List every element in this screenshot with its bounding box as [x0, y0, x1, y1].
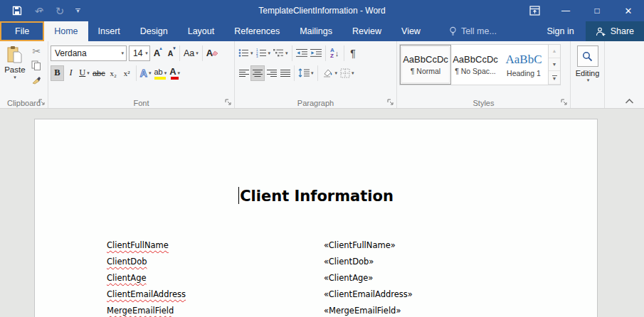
- undo-button[interactable]: ↶▾: [31, 3, 46, 18]
- paragraph-dialog-launcher[interactable]: [386, 98, 394, 106]
- align-right-button[interactable]: [265, 65, 278, 81]
- sign-in-button[interactable]: Sign in: [535, 21, 585, 41]
- editing-button[interactable]: [577, 45, 598, 67]
- tab-design[interactable]: Design: [130, 21, 178, 41]
- shrink-font-button[interactable]: A▼: [164, 45, 177, 61]
- qat-more-caret: ▾: [76, 10, 79, 13]
- editing-caret[interactable]: ▾: [587, 77, 590, 83]
- line-spacing-icon: [298, 68, 310, 77]
- clear-formatting-button[interactable]: A: [205, 45, 220, 61]
- tab-insert[interactable]: Insert: [88, 21, 130, 41]
- styles-more-button[interactable]: ▼: [549, 71, 560, 85]
- borders-button[interactable]: ▾: [339, 65, 356, 81]
- format-painter-button[interactable]: [30, 73, 43, 86]
- font-color-button[interactable]: A▾: [168, 65, 181, 81]
- italic-button[interactable]: I: [64, 65, 78, 81]
- text-highlight-button[interactable]: ab▾: [152, 65, 168, 81]
- numbering-caret[interactable]: ▾: [268, 50, 271, 56]
- underline-caret[interactable]: ▾: [87, 70, 90, 76]
- increase-indent-button[interactable]: [309, 45, 323, 61]
- style-heading1[interactable]: AaBbC Heading 1: [500, 45, 548, 85]
- decrease-indent-button[interactable]: [295, 45, 309, 61]
- clipboard-small-buttons: ✂: [28, 44, 46, 97]
- document-workspace: Client Information ClientFullName «Clien…: [0, 109, 644, 317]
- customize-qat-button[interactable]: ▾: [75, 9, 80, 13]
- shading-button[interactable]: ▾: [320, 65, 339, 81]
- font-dialog-launcher[interactable]: [224, 98, 232, 106]
- style-no-spacing[interactable]: AaBbCcDc ¶ No Spac...: [451, 45, 500, 85]
- maximize-button[interactable]: □: [581, 0, 613, 21]
- superscript-button[interactable]: x²: [120, 65, 134, 81]
- sort-button[interactable]: AZ ↓: [328, 45, 342, 61]
- close-button[interactable]: ✕: [613, 0, 644, 21]
- text-effects-button[interactable]: A▾: [139, 65, 153, 81]
- numbering-button[interactable]: 123 ▾: [255, 45, 273, 61]
- align-center-button[interactable]: [250, 65, 265, 81]
- clipboard-dialog-launcher[interactable]: [38, 98, 46, 106]
- table-row: MergeEmailField «MergeEmailField»: [35, 302, 597, 317]
- minimize-button[interactable]: —: [550, 0, 581, 21]
- editing-label: Editing: [576, 69, 600, 77]
- undo-dropdown-caret[interactable]: ▾: [39, 8, 42, 14]
- line-spacing-button[interactable]: ▾: [297, 65, 315, 81]
- multilevel-list-button[interactable]: ▾: [272, 45, 290, 61]
- text-cursor: [238, 187, 239, 204]
- font-color-bar: [171, 77, 179, 80]
- tab-layout[interactable]: Layout: [178, 21, 225, 41]
- font-color-caret[interactable]: ▾: [178, 70, 181, 76]
- styles-scroll-down-button[interactable]: ▼: [549, 58, 560, 72]
- divider: [136, 65, 137, 81]
- strikethrough-button[interactable]: abc: [91, 65, 107, 81]
- divider: [344, 45, 344, 61]
- tab-home[interactable]: Home: [44, 21, 88, 41]
- justify-button[interactable]: [278, 65, 292, 81]
- style-no-spacing-name: ¶ No Spac...: [455, 67, 496, 75]
- tab-references[interactable]: References: [224, 21, 290, 41]
- line-spacing-caret[interactable]: ▾: [311, 70, 314, 76]
- subscript-button[interactable]: x₂: [107, 65, 120, 81]
- copy-button[interactable]: [30, 59, 43, 72]
- tab-review[interactable]: Review: [342, 21, 391, 41]
- tab-file[interactable]: File: [0, 21, 44, 41]
- font-size-value: 14: [133, 48, 142, 58]
- collapse-ribbon-icon[interactable]: [625, 98, 634, 104]
- tell-me-box[interactable]: Tell me...: [440, 21, 505, 41]
- borders-caret[interactable]: ▾: [352, 70, 354, 76]
- show-hide-marks-button[interactable]: ¶: [347, 45, 360, 61]
- paste-button[interactable]: Paste ▾: [2, 44, 28, 97]
- style-normal[interactable]: AaBbCcDc ¶ Normal: [400, 45, 451, 85]
- highlight-caret[interactable]: ▾: [164, 70, 167, 76]
- ribbon-tab-bar: File Home Insert Design Layout Reference…: [0, 21, 644, 41]
- change-case-button[interactable]: Aa▾: [182, 45, 200, 61]
- tab-view[interactable]: View: [391, 21, 431, 41]
- multilevel-caret[interactable]: ▾: [285, 50, 288, 56]
- align-left-button[interactable]: [237, 65, 250, 81]
- bold-button[interactable]: B: [51, 65, 64, 81]
- style-heading1-name: Heading 1: [507, 69, 541, 77]
- font-name-combo[interactable]: Verdana ▾: [51, 45, 127, 61]
- ribbon-display-options-button[interactable]: [519, 0, 550, 21]
- paste-dropdown-caret[interactable]: ▾: [14, 75, 16, 80]
- font-size-combo[interactable]: 14 ▾: [129, 45, 150, 61]
- styles-scroll-up-button[interactable]: ▲: [549, 45, 560, 58]
- quick-access-toolbar: ↶▾ ↻ ▾: [0, 3, 80, 18]
- cut-icon: ✂: [33, 45, 41, 57]
- divider: [179, 45, 180, 61]
- redo-button[interactable]: ↻: [53, 3, 67, 18]
- underline-button[interactable]: U▾: [78, 65, 91, 81]
- text-effects-caret[interactable]: ▾: [149, 70, 152, 76]
- grow-font-button[interactable]: A▲: [150, 45, 164, 61]
- shading-caret[interactable]: ▾: [335, 70, 338, 76]
- bullets-caret[interactable]: ▾: [250, 50, 253, 56]
- bullets-button[interactable]: ▾: [237, 45, 255, 61]
- pilcrow-icon: ¶: [350, 48, 356, 59]
- paragraph-group-label: Paragraph: [235, 99, 396, 107]
- styles-dialog-launcher[interactable]: [560, 98, 568, 106]
- table-row: ClientAge «ClientAge»: [35, 269, 597, 286]
- increase-indent-icon: [310, 48, 322, 58]
- tab-mailings[interactable]: Mailings: [290, 21, 342, 41]
- share-button[interactable]: Share: [586, 21, 644, 41]
- cut-button[interactable]: ✂: [30, 45, 43, 58]
- save-icon[interactable]: [10, 3, 24, 18]
- document-page[interactable]: Client Information ClientFullName «Clien…: [34, 119, 598, 317]
